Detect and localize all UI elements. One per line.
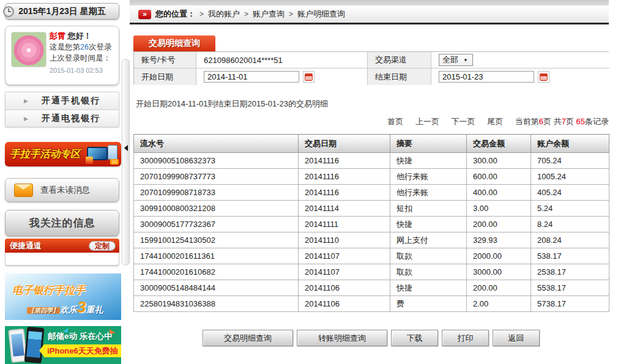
table-cell: 30009005148484144	[134, 280, 299, 296]
next-page-link[interactable]: 下一页	[452, 117, 475, 126]
table-cell: 20141116	[299, 185, 390, 201]
tab-transaction-detail-query[interactable]: 交易明细查询	[133, 35, 215, 51]
table-row: 1744100020161068220141107取款3000.002538.1…	[134, 264, 609, 280]
start-date-calendar-button[interactable]	[303, 71, 314, 83]
sidebar-menu: ▶ 开通手机银行 ▶ 开通电视银行	[5, 92, 119, 127]
breadcrumb: » 您的位置： > 我的账户 > 账户查询 > 账户明细查询	[130, 6, 609, 24]
unread-messages-label: 查看未读消息	[40, 185, 90, 196]
ebank-promo-banner[interactable]: 电子银行手拉手 【第四季】欢乐3重礼	[5, 273, 121, 320]
activity-banner-text: 手拉手活动专区	[10, 147, 81, 161]
table-cell: 网上支付	[390, 232, 467, 248]
date-text: 2015年1月23日 星期五	[18, 6, 105, 17]
table-cell: 3000.00	[467, 264, 531, 280]
table-cell: 3.00	[467, 201, 531, 217]
table-cell: 329.93	[467, 232, 531, 248]
transaction-detail-query-button[interactable]: 交易明细查询	[203, 330, 293, 346]
top-strip	[130, 0, 609, 6]
table-cell: 20141106	[299, 296, 390, 312]
table-cell: 17441000201610682	[134, 264, 299, 280]
table-cell: 2.00	[467, 296, 531, 312]
table-cell: 17441000201611361	[134, 248, 299, 264]
table-row: 2258019483103638820141106费2.005738.17	[134, 296, 609, 312]
first-page-link[interactable]: 首页	[387, 117, 403, 126]
table-cell: 15991001254130502	[134, 232, 299, 248]
table-cell: 取款	[390, 248, 467, 264]
table-cell: 快捷	[390, 217, 467, 232]
table-cell: 5538.17	[531, 280, 609, 296]
ebank-promo-title: 电子银行手拉手	[12, 283, 85, 297]
sidebar-item-tv-banking[interactable]: ▶ 开通电视银行	[6, 110, 119, 127]
sidebar-item-mobile-banking[interactable]: ▶ 开通手机银行	[6, 92, 119, 110]
arrow-right-icon: ▶	[24, 98, 28, 104]
table-cell: 405.24	[531, 185, 609, 201]
table-cell: 8.24	[531, 217, 609, 232]
promo-gift: 重礼	[86, 305, 103, 314]
end-date-cell	[431, 69, 609, 85]
current-page-number: 6	[539, 117, 543, 126]
col-header-summary: 摘要	[390, 135, 467, 153]
table-row: 3099100080032120820141114短扣3.005.24	[134, 201, 609, 217]
total-pages-number: 7	[562, 117, 566, 126]
table-cell: 2538.17	[531, 264, 609, 280]
iphone-banner-text: iPhone6天天免费抽	[47, 346, 118, 357]
table-cell: 他行来账	[390, 185, 467, 201]
clock-icon	[3, 6, 14, 17]
table-cell: 20141106	[299, 280, 390, 296]
query-form: 账号/卡号 6210986020014****51 交易渠道 全部 ▼ 开始日期…	[133, 51, 609, 84]
account-label: 账号/卡号	[134, 52, 196, 69]
end-date-input[interactable]	[439, 71, 534, 83]
followed-info-button[interactable]: 我关注的信息	[5, 210, 119, 236]
collapse-arrow-icon[interactable]	[124, 145, 128, 151]
table-cell: 快捷	[390, 153, 467, 169]
login-count-pre: 这是您第	[50, 43, 80, 51]
user-name: 彭霄	[50, 31, 65, 40]
customize-button[interactable]: 定制	[89, 241, 116, 251]
account-number: 6210986020014****51	[204, 56, 283, 65]
quick-channel-panel	[5, 253, 119, 266]
prev-page-link[interactable]: 上一页	[415, 117, 439, 126]
breadcrumb-item-account-detail-query[interactable]: 账户明细查询	[297, 9, 345, 20]
activity-zone-banner[interactable]: 手拉手活动专区 10	[5, 142, 121, 166]
table-row: 2070109990871873320141116他行来账400.00405.2…	[134, 185, 609, 201]
last-login-time: 2015-01-03 02:53	[50, 65, 111, 76]
table-cell: 400.00	[467, 185, 531, 201]
print-button[interactable]: 打印	[442, 330, 489, 346]
transfer-detail-query-button[interactable]: 转账明细查询	[297, 330, 387, 346]
promo-joy: 欢乐	[60, 305, 77, 314]
table-cell: 22580194831036388	[134, 296, 299, 312]
last-login-label: 上次登录时间是：	[50, 53, 111, 64]
badge-icon: 10	[110, 159, 119, 165]
breadcrumb-item-account-query[interactable]: 账户查询	[253, 9, 285, 20]
back-button[interactable]: 返回	[493, 330, 540, 346]
col-header-amount: 交易金额	[467, 135, 531, 153]
sidebar-splitter[interactable]	[122, 59, 130, 266]
mail-icon	[14, 184, 33, 197]
unread-messages-button[interactable]: 查看未读消息	[5, 178, 119, 202]
user-greeting: 您好！	[67, 31, 91, 40]
result-summary: 开始日期2014-11-01到结束日期2015-01-23的交易明细	[136, 98, 328, 110]
iphone-lottery-banner[interactable]: 邮储e动 乐在心中 iPhone6天天免费抽	[5, 326, 121, 364]
table-cell: 20701099908737773	[134, 169, 299, 185]
start-date-input[interactable]	[204, 71, 299, 83]
start-date-cell	[196, 69, 368, 85]
user-info: 彭霄 您好！ 这是您第26次登录 上次登录时间是： 2015-01-03 02:…	[50, 31, 111, 76]
page: » 您的位置： > 我的账户 > 账户查询 > 账户明细查询 2015年1月23…	[0, 0, 629, 364]
transaction-table: 流水号 交易日期 摘要 交易金额 账户余额 300090051086323732…	[133, 134, 609, 312]
download-button[interactable]: 下载	[391, 330, 438, 346]
promo-number: 3	[77, 298, 86, 316]
records-info: 65条记录	[576, 117, 609, 126]
table-cell: 20141107	[299, 248, 390, 264]
current-page-info: 当前第6页	[515, 117, 551, 126]
breadcrumb-item-my-account[interactable]: 我的账户	[208, 9, 240, 20]
breadcrumb-separator: >	[244, 10, 248, 18]
followed-info-label: 我关注的信息	[29, 216, 95, 230]
table-cell: 短扣	[390, 201, 467, 217]
channel-select[interactable]: 全部 ▼	[439, 54, 473, 66]
breadcrumb-separator: >	[289, 10, 293, 18]
promo-season: 【第四季】	[27, 307, 60, 314]
last-page-link[interactable]: 尾页	[487, 117, 503, 126]
calendar-icon	[305, 73, 313, 81]
pagination: 首页 上一页 下一页 尾页 当前第6页 共7页 65条记录	[378, 116, 609, 127]
table-cell: 20141116	[299, 169, 390, 185]
end-date-calendar-button[interactable]	[538, 71, 549, 83]
